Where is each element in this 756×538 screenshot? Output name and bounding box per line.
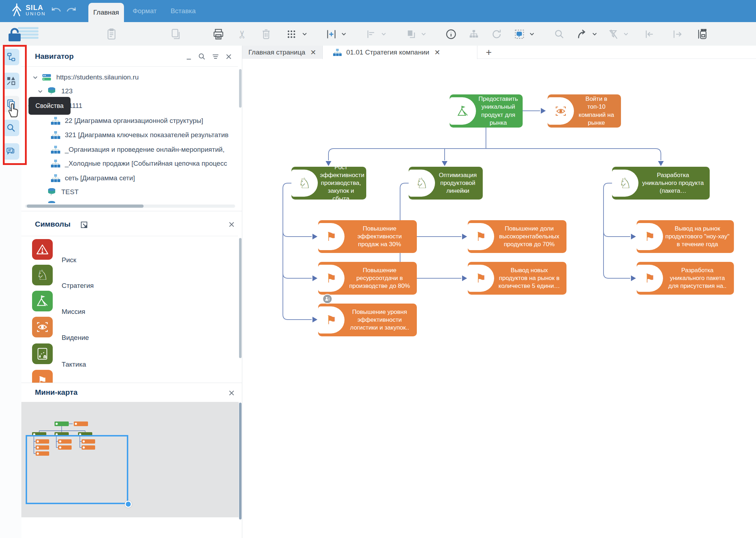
goal-node[interactable]: ⚑ Повышение доли высокорентабельных прод…	[468, 220, 566, 253]
insert-space-icon[interactable]	[323, 26, 339, 42]
node-icon-notch: ⚑	[318, 306, 345, 333]
go-to-object-icon[interactable]	[574, 26, 590, 42]
v-scrollbar-thumb[interactable]	[239, 238, 242, 358]
sidebar-item-properties[interactable]	[3, 96, 19, 112]
grid-options-chevron-icon[interactable]	[302, 32, 307, 36]
collapse-right-icon[interactable]	[669, 26, 685, 42]
goal-node[interactable]: ⚑ Разработка уникального пакета для прис…	[637, 262, 734, 295]
document-info-icon	[6, 99, 16, 109]
ribbon-tab-glavnaya[interactable]: Главная	[88, 3, 124, 22]
symbol-tactics[interactable]	[32, 343, 53, 364]
eye-focus-icon	[36, 321, 49, 333]
tab-strategy-diagram[interactable]: 01.01 Стратегия компании ✕	[322, 46, 477, 59]
chevron-down-icon[interactable]	[33, 76, 38, 79]
ribbon-tab-format[interactable]: Формат	[130, 0, 160, 22]
flag-icon: ⚑	[644, 271, 655, 285]
tree-row[interactable]: _Холодные продажи [Событийная цепочка пр…	[51, 157, 227, 170]
flag-icon: ⚑	[326, 313, 337, 327]
detach-panel-icon[interactable]	[79, 220, 89, 229]
symbol-strategy[interactable]: ♘	[32, 265, 53, 285]
redo-icon[interactable]	[65, 5, 78, 16]
hierarchy-icon[interactable]	[466, 26, 482, 42]
tree-row[interactable]: 123	[38, 85, 73, 97]
refresh-icon[interactable]	[489, 26, 504, 42]
align-icon[interactable]	[363, 26, 379, 42]
chevron-down-icon[interactable]	[38, 89, 43, 93]
grid-options-icon[interactable]	[284, 26, 299, 42]
panel-close-icon[interactable]	[227, 220, 236, 229]
server-icon	[42, 73, 51, 81]
goal-node[interactable]: ⚑ Повышение уровня эффективности логисти…	[318, 304, 417, 336]
mission-node[interactable]: Предоставить уникальный продукт для рынк…	[450, 94, 523, 128]
v-scrollbar-thumb[interactable]	[239, 69, 242, 108]
tab-label: 01.01 Стратегия компании	[346, 48, 429, 56]
sidebar-item-symbols[interactable]	[3, 73, 19, 89]
sidebar-item-comments[interactable]	[3, 143, 19, 160]
insert-space-chevron-icon[interactable]	[341, 32, 346, 36]
ribbon-tab-vstavka[interactable]: Вставка	[167, 0, 200, 22]
strategy-node-3[interactable]: ♘ Разработка уникального продукта (пакет…	[612, 167, 710, 200]
filter-off-icon[interactable]	[606, 26, 621, 42]
ribbon-tab-label: Вставка	[171, 7, 196, 15]
app-window: SILA UNION Главная Формат Вставка ✂	[0, 0, 756, 538]
permissions-lock-icon[interactable]	[6, 26, 42, 42]
panel-close-icon[interactable]	[224, 52, 233, 61]
symbol-vision[interactable]	[32, 317, 53, 337]
close-icon[interactable]: ✕	[310, 48, 316, 57]
tree-row[interactable]: сеть [Диаграмма сети]	[51, 172, 135, 184]
undo-icon[interactable]	[50, 5, 63, 16]
minimap-viewport[interactable]	[26, 435, 128, 504]
arrange-chevron-icon[interactable]	[421, 32, 426, 36]
copy-icon[interactable]	[168, 26, 183, 42]
sidebar-item-search[interactable]	[3, 120, 19, 136]
minimap-viewport-handle[interactable]	[125, 501, 132, 508]
paste-special-chevron-icon[interactable]	[529, 32, 534, 36]
tree-row[interactable]: 321 [Диаграмма ключевых показателей резу…	[51, 129, 228, 141]
goal-node[interactable]: ⚑ Повышение ресурсоотдачи в производстве…	[318, 262, 417, 295]
go-to-chevron-icon[interactable]	[592, 32, 597, 36]
goal-node[interactable]: ⚑ Вывод новых продуктов на рынок в колич…	[468, 262, 566, 295]
paste-special-icon[interactable]	[512, 26, 527, 42]
strategy-node-1[interactable]: ♘ Рост эффективности производства, закуп…	[291, 167, 366, 200]
goal-node[interactable]: ⚑ Повышение эффективности продаж на 30%	[318, 220, 417, 253]
symbol-mission[interactable]	[32, 291, 53, 311]
panel-filter-icon[interactable]	[211, 52, 220, 61]
goal-node[interactable]: ⚑ Вывод на рынок продуктового "ноу-хау" …	[637, 220, 734, 253]
symbol-risk[interactable]	[32, 239, 53, 260]
cut-icon[interactable]: ✂	[234, 26, 250, 42]
tab-main-page[interactable]: Главная страница ✕	[242, 46, 322, 59]
add-tab-button[interactable]: +	[482, 46, 496, 59]
delete-trash-icon[interactable]	[258, 26, 274, 42]
node-icon-notch: ♘	[409, 170, 435, 197]
close-icon[interactable]: ✕	[434, 48, 440, 57]
node-label: Повышение уровня эффективности логистики…	[347, 308, 413, 332]
arrange-order-icon[interactable]	[403, 26, 419, 42]
minimize-icon[interactable]	[185, 53, 194, 62]
tree-row[interactable]: _Организация и проведение онлайн-меропри…	[51, 144, 224, 156]
flag-icon: ⚑	[644, 229, 655, 244]
vision-node[interactable]: Войти в топ-10 компаний на рынке	[548, 94, 621, 128]
tree-label: _Организация и проведение онлайн-меропри…	[65, 146, 224, 154]
paste-format-icon[interactable]	[695, 26, 710, 42]
tree-row[interactable]: https://students.silaunion.ru	[33, 71, 139, 83]
tree-row[interactable]: 22 [Диаграмма организационной структуры]	[51, 115, 203, 127]
tree-row[interactable]: TEST	[47, 186, 79, 198]
collapse-left-icon[interactable]	[641, 26, 657, 42]
sidebar-item-navigator[interactable]	[3, 49, 19, 65]
strategy-node-2[interactable]: ♘ Оптимизация продуктовой линейки	[409, 167, 483, 200]
panel-search-icon[interactable]	[197, 52, 207, 61]
align-chevron-icon[interactable]	[381, 32, 386, 36]
zoom-search-icon[interactable]	[552, 26, 567, 42]
symbol-partial[interactable]: ⚑	[32, 370, 53, 383]
h-scrollbar-thumb[interactable]	[27, 205, 144, 208]
symbol-label: Риск	[62, 256, 76, 264]
diagram-icon	[333, 48, 342, 56]
minimap-canvas[interactable]	[21, 402, 239, 517]
filter-off-chevron-icon[interactable]	[623, 32, 628, 36]
info-icon[interactable]	[443, 26, 459, 42]
print-icon[interactable]	[211, 26, 226, 42]
brand-line1: SILA	[26, 4, 46, 11]
paste-clipboard-icon[interactable]	[104, 26, 119, 42]
panel-close-icon[interactable]	[227, 388, 236, 398]
v-scrollbar-thumb[interactable]	[239, 403, 242, 519]
